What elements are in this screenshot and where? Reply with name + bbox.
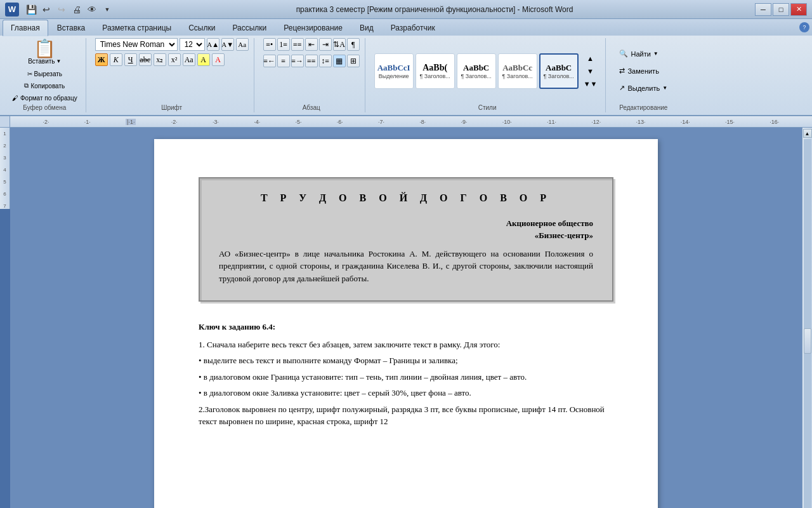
line-spacing-btn[interactable]: ↕≡ (319, 55, 332, 67)
group-paragraph: ≡• 1≡ ≡≡ ⇤ ⇥ ⇅A ¶ ≡← ≡ ≡→ ≡≡ ↕≡ ▦ ⊞ (258, 38, 365, 112)
tab-view[interactable]: Вид (351, 20, 382, 36)
font-name-select[interactable]: Times New Roman (95, 38, 178, 51)
undo-btn[interactable]: ↩ (39, 3, 53, 17)
increase-indent-btn[interactable]: ⇥ (319, 38, 332, 51)
key-section: Ключ к заданию 6.4: 1. Сначала наберите … (199, 321, 613, 428)
select-icon: ↗ (619, 84, 625, 92)
bullets-btn[interactable]: ≡• (263, 38, 276, 51)
paste-label: Вставить ▼ (28, 58, 61, 65)
numbering-btn[interactable]: 1≡ (277, 38, 290, 51)
save-quick-btn[interactable]: 💾 (24, 3, 38, 17)
key-title: Ключ к заданию 6.4: (199, 321, 613, 333)
show-marks-btn[interactable]: ¶ (347, 38, 360, 51)
preview-btn[interactable]: 👁 (85, 3, 99, 17)
underline-btn[interactable]: Ч (124, 53, 137, 66)
key-item-4: • в диалоговом окне Заливка установите: … (199, 387, 613, 399)
dropdown-btn[interactable]: ▼ (100, 3, 114, 17)
ruler-corner (0, 116, 10, 128)
shading-btn[interactable]: ▦ (333, 55, 346, 67)
scroll-up-btn[interactable]: ▲ (803, 129, 812, 138)
select-btn[interactable]: ↗ Выделить ▼ (615, 81, 672, 95)
copy-icon: ⧉ (24, 82, 29, 90)
doc-title: Т Р У Д О В О Й Д О Г О В О Р (219, 191, 593, 205)
tab-insert[interactable]: Вставка (49, 20, 94, 36)
paste-icon: 📋 (34, 40, 56, 58)
document-box: Т Р У Д О В О Й Д О Г О В О Р Акционерно… (199, 177, 613, 302)
font-label: Шрифт (161, 104, 182, 111)
ribbon-tabs: Главная Вставка Разметка страницы Ссылки… (0, 19, 812, 36)
sort-btn[interactable]: ⇅A (333, 38, 346, 51)
styles-scroll-down[interactable]: ▼ (580, 65, 601, 77)
clipboard-label: Буфер обмена (23, 104, 66, 111)
style-heading1[interactable]: AaBb( ¶ Заголов... (416, 53, 455, 89)
tab-home[interactable]: Главная (3, 20, 48, 36)
replace-icon: ⇄ (619, 67, 625, 75)
ribbon: 📋 Вставить ▼ ✂ Буфер обмена Вырезать ⧉ К… (0, 36, 812, 116)
redo-btn[interactable]: ↪ (55, 3, 69, 17)
text-highlight-btn[interactable]: A (197, 53, 210, 66)
binoculars-icon: 🔍 (619, 50, 628, 58)
change-case-btn[interactable]: Аа (183, 53, 195, 66)
font-size-select[interactable]: 12 (180, 38, 205, 51)
cut-btn[interactable]: ✂ Буфер обмена Вырезать (9, 68, 81, 79)
content-area: 1 2 3 4 5 6 7 Т Р У Д О В О Й Д О Г О В … (0, 128, 812, 508)
help-btn[interactable]: ? (799, 22, 809, 32)
maximize-btn[interactable]: □ (773, 3, 789, 16)
scissors-icon: ✂ (27, 70, 32, 77)
clear-format-btn[interactable]: Aa (236, 38, 249, 51)
italic-btn[interactable]: К (110, 53, 122, 66)
tab-review[interactable]: Рецензирование (275, 20, 351, 36)
vertical-scrollbar: ▲ ▼ (802, 128, 812, 508)
borders-btn[interactable]: ⊞ (347, 55, 360, 67)
paste-btn[interactable]: 📋 Вставить ▼ (23, 38, 65, 67)
tab-mailings[interactable]: Рассылки (224, 20, 275, 36)
align-right-btn[interactable]: ≡→ (291, 55, 304, 67)
paragraph-label: Абзац (303, 104, 320, 111)
key-item-5: 2.Заголовок выровнен по центру, шрифт по… (199, 403, 613, 428)
close-btn[interactable]: ✕ (790, 3, 807, 16)
print-btn[interactable]: 🖨 (70, 3, 84, 17)
key-item-1: 1. Сначала наберите весь текст без абзац… (199, 338, 613, 351)
titlebar: W 💾 ↩ ↪ 🖨 👁 ▼ практика 3 семестр [Режим … (0, 0, 812, 19)
scroll-thumb[interactable] (804, 328, 811, 354)
style-heading4[interactable]: AaBbC ¶ Заголов... (539, 53, 579, 89)
style-heading2[interactable]: AaBbC ¶ Заголов... (457, 53, 496, 89)
group-editing: 🔍 Найти ▼ ⇄ Заменить ↗ Выделить ▼ (610, 38, 677, 112)
styles-more[interactable]: ▼▼ (580, 78, 601, 90)
word-icon: W (5, 3, 19, 17)
style-normal[interactable]: AaBbCcI Выделение (374, 53, 414, 89)
bold-btn[interactable]: Ж (95, 53, 108, 66)
group-font: Times New Roman 12 A▲ A▼ Aa Ж К Ч abc x₂… (90, 38, 254, 112)
font-color-btn[interactable]: A (212, 53, 225, 66)
format-painter-btn[interactable]: 🖌 Формат по образцу (9, 92, 81, 104)
justify-btn[interactable]: ≡≡ (305, 55, 318, 67)
styles-label: Стили (478, 104, 497, 111)
superscript-btn[interactable]: x² (168, 53, 181, 66)
styles-scroll-up[interactable]: ▲ (580, 53, 601, 64)
ruler-area: ·2··1· |·1· ·2··3··4··5··6··7··8··9··10·… (0, 116, 812, 128)
decrease-indent-btn[interactable]: ⇤ (305, 38, 318, 51)
multilevel-btn[interactable]: ≡≡ (291, 38, 304, 51)
replace-btn[interactable]: ⇄ Заменить (615, 64, 663, 78)
key-item-3: • в диалоговом окне Граница установите: … (199, 371, 613, 384)
strikethrough-btn[interactable]: abc (139, 53, 152, 66)
align-left-btn[interactable]: ≡← (263, 55, 276, 67)
copy-btn[interactable]: ⧉ Копировать (9, 80, 81, 91)
tab-references[interactable]: Ссылки (180, 20, 223, 36)
format-painter-icon: 🖌 (12, 95, 18, 102)
minimize-btn[interactable]: ─ (755, 3, 771, 16)
document-area[interactable]: Т Р У Д О В О Й Д О Г О В О Р Акционерно… (10, 128, 802, 508)
align-center-btn[interactable]: ≡ (277, 55, 290, 67)
titlebar-controls: ─ □ ✕ (755, 3, 807, 16)
increase-font-btn[interactable]: A▲ (207, 38, 219, 51)
decrease-font-btn[interactable]: A▼ (221, 38, 234, 51)
find-btn[interactable]: 🔍 Найти ▼ (615, 46, 662, 61)
style-heading3[interactable]: AaBbCc ¶ Заголов... (498, 53, 537, 89)
tab-developer[interactable]: Разработчик (383, 20, 443, 36)
subscript-btn[interactable]: x₂ (154, 53, 166, 66)
doc-body: АО «Бизнес-центр» в лице начальника Рост… (219, 248, 593, 285)
doc-company: Акционерное общество «Бизнес-центр» (219, 218, 593, 241)
scroll-track[interactable] (804, 139, 811, 508)
ruler-vertical: 1 2 3 4 5 6 7 (0, 128, 10, 209)
tab-page-layout[interactable]: Разметка страницы (94, 20, 180, 36)
